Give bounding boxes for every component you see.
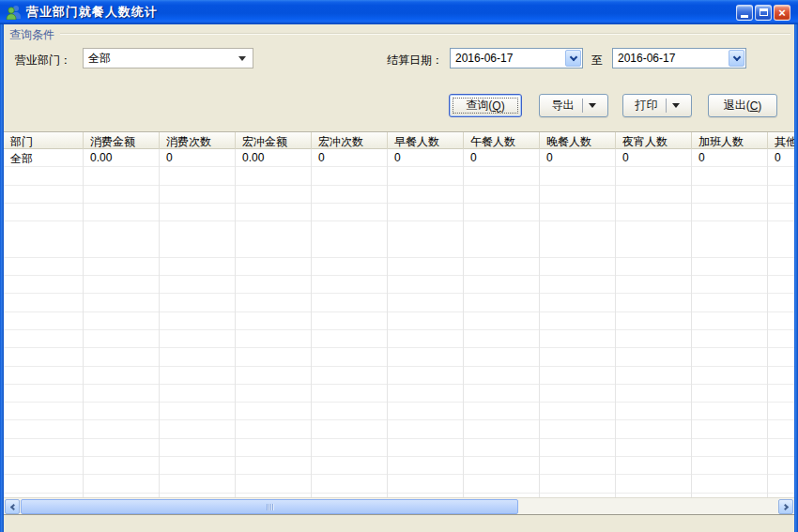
thumb-grip — [269, 504, 269, 510]
close-icon: × — [778, 7, 786, 19]
split-divider — [582, 99, 583, 113]
print-button-label: 打印 — [636, 98, 658, 114]
grid-body: 全部0.0000.000000000 — [4, 149, 794, 497]
maximize-button[interactable] — [755, 5, 772, 21]
horizontal-scrollbar[interactable] — [4, 497, 794, 514]
date-from-value: 2016-06-17 — [451, 52, 565, 65]
date-to-label: 至 — [591, 53, 603, 68]
table-cell: 0 — [464, 149, 540, 167]
table-cell: 全部 — [4, 149, 84, 167]
date-to-picker[interactable]: 2016-06-17 — [612, 48, 746, 68]
column-header[interactable]: 宏冲金额 — [236, 132, 312, 149]
table-cell: 0 — [540, 149, 616, 167]
column-header[interactable]: 午餐人数 — [464, 132, 540, 149]
close-button[interactable]: × — [774, 5, 790, 21]
table-cell: 0 — [768, 149, 794, 167]
table-cell: 0 — [616, 149, 692, 167]
app-window: 营业部门就餐人数统计 × 查询条件 营业部门： 全部 结算日期： 2016-06… — [0, 0, 798, 532]
export-dropdown-arrow-icon[interactable] — [589, 103, 596, 108]
export-button-label: 导出 — [552, 98, 575, 114]
window-border-right — [794, 0, 798, 532]
grid-column-line — [767, 149, 768, 497]
column-header[interactable]: 其他人数 — [768, 132, 794, 149]
department-value: 全部 — [84, 51, 238, 67]
minimize-button[interactable] — [736, 5, 753, 21]
grid-column-line — [463, 149, 464, 497]
date-to-dropdown-button[interactable] — [729, 50, 744, 67]
app-icon — [6, 5, 22, 20]
table-data-row[interactable]: 全部0.0000.000000000 — [4, 149, 794, 167]
grid-column-line — [387, 149, 388, 497]
grid-column-line — [311, 149, 312, 497]
table-cell: 0 — [312, 149, 388, 167]
grid-column-line — [691, 149, 692, 497]
table-cell: 0 — [160, 149, 236, 167]
date-from-picker[interactable]: 2016-06-17 — [450, 48, 583, 68]
query-groupbox-caption: 查询条件 — [9, 27, 54, 43]
exit-button-label: 退出( — [724, 98, 750, 114]
split-divider — [666, 99, 667, 113]
focus-ring — [453, 98, 518, 114]
grid-column-line — [615, 149, 616, 497]
window-title: 营业部门就餐人数统计 — [26, 4, 736, 21]
title-bar[interactable]: 营业部门就餐人数统计 × — [0, 0, 798, 24]
column-header[interactable]: 加班人数 — [692, 132, 768, 149]
grid-column-line — [159, 149, 160, 497]
grid-column-line — [539, 149, 540, 497]
grid-column-line — [235, 149, 236, 497]
maximize-icon — [760, 8, 768, 16]
table-cell: 0 — [388, 149, 464, 167]
scroll-left-button[interactable] — [5, 499, 20, 514]
export-button[interactable]: 导出 — [539, 94, 608, 117]
chevron-left-icon — [9, 503, 16, 509]
column-header[interactable]: 早餐人数 — [388, 132, 464, 149]
column-header[interactable]: 部门 — [4, 132, 84, 149]
thumb-grip — [270, 504, 271, 510]
date-from-dropdown-button[interactable] — [565, 50, 581, 67]
scrollbar-thumb[interactable] — [21, 499, 518, 514]
thumb-grip — [267, 504, 268, 510]
date-to-value: 2016-06-17 — [613, 52, 729, 65]
column-header[interactable]: 夜宵人数 — [616, 132, 692, 149]
chevron-down-icon — [569, 53, 576, 60]
exit-hotkey: C — [750, 99, 759, 113]
chevron-down-icon — [732, 53, 740, 60]
query-button[interactable]: 查询(Q) — [449, 94, 522, 117]
column-header[interactable]: 消费金额 — [84, 132, 160, 149]
settle-date-label: 结算日期： — [387, 53, 443, 68]
table-cell: 0.00 — [84, 149, 160, 167]
scroll-right-button[interactable] — [778, 499, 793, 514]
column-header[interactable]: 晚餐人数 — [540, 132, 616, 149]
statistics-table: 部门消费金额消费次数宏冲金额宏冲次数早餐人数午餐人数晚餐人数夜宵人数加班人数其他… — [4, 131, 794, 515]
window-border-left — [0, 0, 4, 532]
table-cell: 0.00 — [236, 149, 312, 167]
chevron-right-icon — [781, 503, 788, 509]
department-combobox[interactable]: 全部 — [83, 48, 253, 68]
exit-label-suffix: ) — [758, 99, 761, 113]
minimize-icon — [741, 15, 748, 18]
table-header-row: 部门消费金额消费次数宏冲金额宏冲次数早餐人数午餐人数晚餐人数夜宵人数加班人数其他… — [4, 132, 794, 149]
exit-button[interactable]: 退出(C) — [708, 94, 777, 117]
grid-column-line — [83, 149, 84, 497]
chevron-down-icon[interactable] — [238, 56, 246, 61]
thumb-grip — [272, 504, 273, 510]
groupbox-line — [60, 33, 790, 35]
column-header[interactable]: 宏冲次数 — [312, 132, 388, 149]
print-button[interactable]: 打印 — [622, 94, 692, 117]
print-dropdown-arrow-icon[interactable] — [672, 103, 680, 108]
table-cell: 0 — [692, 149, 768, 167]
department-label: 营业部门： — [15, 53, 71, 68]
column-header[interactable]: 消费次数 — [160, 132, 236, 149]
